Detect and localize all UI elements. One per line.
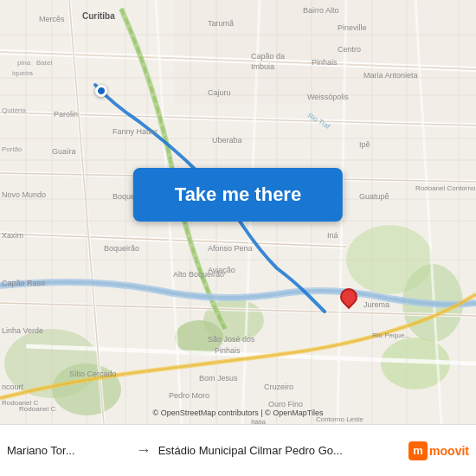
- arrow-icon: →: [129, 441, 158, 460]
- svg-text:Uberaba: Uberaba: [212, 136, 242, 145]
- svg-text:Rio Peque...: Rio Peque...: [372, 331, 410, 339]
- svg-text:Bom Jesus: Bom Jesus: [199, 374, 238, 383]
- svg-text:Sítio Cercado: Sítio Cercado: [69, 370, 117, 378]
- svg-text:Imbuia: Imbuia: [251, 62, 274, 71]
- svg-text:Centro: Centro: [338, 45, 361, 54]
- svg-text:Maria Antonieta: Maria Antonieta: [363, 71, 418, 80]
- destination-marker: [340, 288, 357, 306]
- svg-text:São José dos: São José dos: [208, 335, 255, 344]
- svg-text:Quitéria: Quitéria: [2, 106, 27, 114]
- svg-text:iqueira: iqueira: [12, 69, 34, 77]
- svg-text:Capão da: Capão da: [251, 52, 285, 61]
- svg-text:Fanny Hauer: Fanny Hauer: [113, 127, 158, 136]
- svg-text:Guaíra: Guaíra: [52, 147, 76, 156]
- svg-text:Parolin: Parolin: [54, 110, 78, 119]
- svg-text:Itália: Itália: [251, 418, 266, 424]
- svg-text:Xaxim: Xaxim: [2, 231, 23, 240]
- svg-text:Alto Boqueirão: Alto Boqueirão: [173, 270, 224, 279]
- svg-text:Novo Mundo: Novo Mundo: [2, 190, 46, 199]
- svg-text:Tarumã: Tarumã: [208, 19, 234, 28]
- svg-text:Weissópolis: Weissópolis: [307, 93, 349, 101]
- svg-text:Curitiba: Curitiba: [82, 11, 115, 21]
- svg-rect-10: [346, 0, 476, 121]
- svg-text:Rodoanel Contorno L: Rodoanel Contorno L: [415, 184, 476, 192]
- svg-text:Ouro Fino: Ouro Fino: [268, 400, 303, 408]
- svg-text:Portão: Portão: [2, 145, 23, 153]
- svg-text:Mercês: Mercês: [39, 15, 65, 23]
- svg-text:Cruzeiro: Cruzeiro: [264, 383, 293, 391]
- moovit-logo-text: moovit: [429, 444, 469, 458]
- svg-text:Linha Verde: Linha Verde: [2, 326, 43, 335]
- svg-text:Jurema: Jurema: [363, 300, 389, 309]
- svg-text:Pinhais: Pinhais: [215, 346, 241, 355]
- svg-text:Boqueirão: Boqueirão: [104, 244, 139, 253]
- destination-label: Estádio Municipal Cilmar Pedro Go...: [158, 444, 402, 457]
- svg-text:Pinhais: Pinhais: [312, 58, 338, 67]
- svg-text:Capão Raso: Capão Raso: [2, 279, 45, 287]
- svg-text:ncourt: ncourt: [2, 383, 24, 391]
- svg-text:Bairro Alto: Bairro Alto: [303, 6, 339, 15]
- svg-text:Pedro Moro: Pedro Moro: [169, 391, 209, 400]
- bottom-bar: Mariano Tor... → Estádio Municipal Cilma…: [0, 424, 476, 476]
- svg-text:Rodoanel C: Rodoanel C: [2, 399, 38, 407]
- svg-text:Ipê: Ipê: [359, 140, 370, 149]
- moovit-logo-icon: m: [408, 441, 428, 460]
- origin-marker: [95, 85, 107, 97]
- map-attribution: © OpenStreetMap contributors | © OpenMap…: [0, 408, 476, 417]
- moovit-logo: m moovit: [408, 441, 469, 460]
- svg-text:Iná: Iná: [327, 231, 338, 240]
- svg-text:Pineville: Pineville: [338, 23, 367, 32]
- take-me-there-button[interactable]: Take me there: [133, 168, 343, 222]
- svg-text:Afonso Pena: Afonso Pena: [208, 244, 253, 253]
- pin-head: [336, 285, 360, 309]
- map-container: Mercês Curitiba pina iqueira Batel Quité…: [0, 0, 476, 424]
- svg-text:pina: pina: [17, 59, 31, 67]
- origin-label: Mariano Tor...: [7, 444, 129, 457]
- svg-text:Batel: Batel: [36, 59, 52, 67]
- svg-text:Cajuru: Cajuru: [208, 88, 231, 97]
- svg-text:Guatupê: Guatupê: [359, 192, 389, 201]
